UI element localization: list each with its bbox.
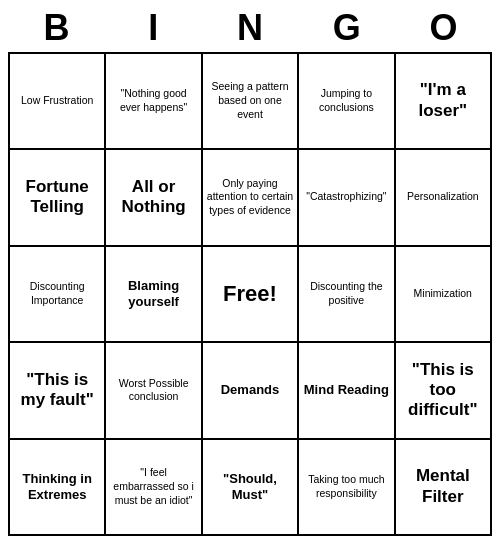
bingo-cell: All or Nothing: [106, 150, 202, 246]
bingo-cell: Mental Filter: [396, 440, 492, 536]
bingo-cell: Personalization: [396, 150, 492, 246]
bingo-cell: "Nothing good ever happens": [106, 54, 202, 150]
bingo-letter: N: [202, 8, 299, 48]
bingo-letter: B: [8, 8, 105, 48]
bingo-cell: Discounting the positive: [299, 247, 395, 343]
bingo-cell: "I'm a loser": [396, 54, 492, 150]
bingo-cell: Discounting Importance: [10, 247, 106, 343]
bingo-cell: Minimization: [396, 247, 492, 343]
bingo-cell: Seeing a pattern based on one event: [203, 54, 299, 150]
bingo-cell: "This is too difficult": [396, 343, 492, 439]
bingo-header: BINGO: [8, 8, 492, 48]
bingo-grid: Low Frustration"Nothing good ever happen…: [8, 52, 492, 536]
bingo-cell: Mind Reading: [299, 343, 395, 439]
bingo-cell: Only paying attention to certain types o…: [203, 150, 299, 246]
bingo-cell: "I feel embarrassed so i must be an idio…: [106, 440, 202, 536]
bingo-cell: Low Frustration: [10, 54, 106, 150]
bingo-cell: Thinking in Extremes: [10, 440, 106, 536]
bingo-letter: I: [105, 8, 202, 48]
bingo-letter: O: [395, 8, 492, 48]
bingo-cell: "This is my fault": [10, 343, 106, 439]
bingo-letter: G: [298, 8, 395, 48]
bingo-cell: Fortune Telling: [10, 150, 106, 246]
bingo-cell: Free!: [203, 247, 299, 343]
bingo-cell: "Catastrophizing": [299, 150, 395, 246]
bingo-cell: Taking too much responsibility: [299, 440, 395, 536]
bingo-cell: Blaming yourself: [106, 247, 202, 343]
bingo-cell: Worst Possible conclusion: [106, 343, 202, 439]
bingo-cell: Demands: [203, 343, 299, 439]
bingo-cell: "Should, Must": [203, 440, 299, 536]
bingo-cell: Jumping to conclusions: [299, 54, 395, 150]
